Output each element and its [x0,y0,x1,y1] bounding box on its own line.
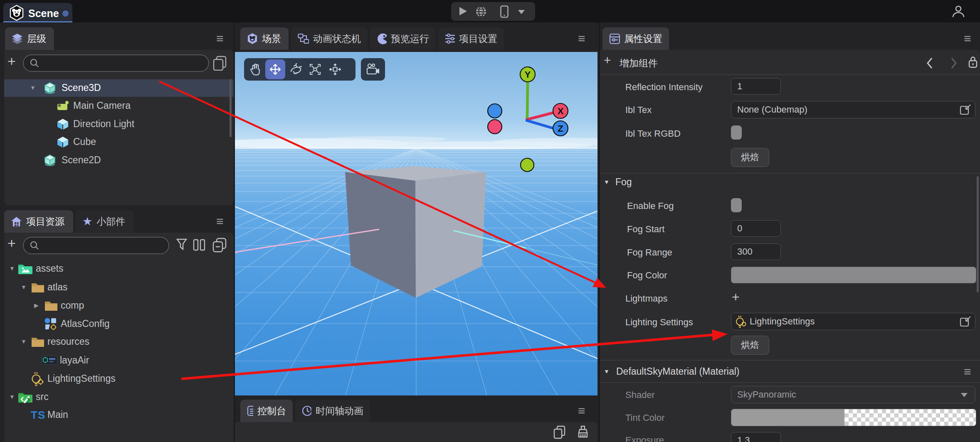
ibl-tex-field[interactable]: None (Cubemap) [731,101,975,118]
add-component-label: 增加组件 [620,57,658,70]
gizmo-neg-z-handle[interactable] [488,120,502,134]
fog-color-swatch[interactable] [731,267,976,283]
clear-console-icon[interactable] [575,425,590,440]
divider [600,382,980,383]
asset-row-src[interactable]: ▼ src [4,388,234,406]
gizmo-z-handle[interactable]: Z [553,121,568,136]
rotate-tool-button[interactable] [285,59,305,79]
asset-row-assets[interactable]: ▼ assets [4,260,234,277]
caret-down-icon[interactable]: ▼ [21,284,27,290]
tab-widgets[interactable]: ★ 小部件 [76,210,134,233]
project-menu-icon[interactable]: ≡ [216,215,224,228]
gizmo-neg-x-handle[interactable] [488,104,502,118]
sky-material-menu-icon[interactable]: ≡ [964,366,971,378]
move-tool-button[interactable] [265,59,285,79]
hierarchy-menu-icon[interactable]: ≡ [216,32,224,45]
tree-row-main-camera[interactable]: Main Camera [4,97,234,115]
globe-icon[interactable] [475,6,487,17]
asset-picker-icon[interactable] [960,104,971,115]
caret-down-icon[interactable]: ▼ [9,265,15,272]
tab-preview-run[interactable]: 预览运行 [370,27,436,50]
user-icon[interactable] [951,5,965,19]
filter-icon[interactable] [176,238,187,251]
project-search-input[interactable] [23,237,169,254]
lock-icon[interactable] [968,56,978,69]
fog-color-label: Fog Color [627,270,667,281]
tab-console[interactable]: 控制台 [240,400,293,422]
bake-lighting-button[interactable]: 烘焙 [731,336,769,355]
gizmo-x-handle[interactable]: X [553,103,568,118]
run-target-caret-icon[interactable] [518,9,525,15]
mobile-icon[interactable] [500,5,509,18]
enable-fog-checkbox[interactable] [731,198,742,212]
fog-section-caret-icon[interactable]: ▼ [604,179,610,185]
bake-button[interactable]: 烘焙 [731,148,769,167]
asset-row-main[interactable]: TS Main [4,406,234,424]
asset-row-comp[interactable]: ▶ comp [4,297,234,314]
columns-view-icon[interactable] [193,239,205,251]
hierarchy-scrollbar[interactable] [230,79,232,137]
camera-preview-button[interactable] [361,58,385,81]
caret-down-icon[interactable]: ▼ [9,393,15,400]
exposure-input[interactable]: 1.3 [731,432,781,442]
inspector-scrollbar[interactable] [977,176,979,292]
asset-row-atlasconfig[interactable]: AtlasConfig [4,315,234,333]
tree-row-scene3d[interactable]: ▼ Scene3D [4,79,234,97]
asset-row-lightingsettings[interactable]: LightingSettings [4,370,234,388]
reflection-intensity-input[interactable]: 1 [731,78,781,95]
fog-section-header[interactable]: Fog [615,177,632,188]
caret-down-icon[interactable]: ▼ [21,338,27,345]
tab-hierarchy[interactable]: 层级 [5,27,54,50]
asset-row-layaair[interactable]: layaAir [4,352,234,369]
fog-range-input[interactable]: 300 [731,243,781,260]
lighting-settings-field[interactable]: LightingSettings [731,313,975,330]
hierarchy-search-input[interactable] [23,54,209,72]
scale-tool-button[interactable] [305,59,325,79]
scene-view-menu-icon[interactable]: ≡ [578,32,585,45]
preview-run-icon [377,33,387,44]
tree-row-direction-light[interactable]: Direction Light [4,115,234,133]
asset-row-resources[interactable]: ▼ resources [4,333,234,351]
lighting-settings-value: LightingSettings [750,316,815,327]
console-menu-icon[interactable]: ≡ [578,405,585,417]
tint-color-swatch[interactable] [731,409,976,426]
fog-start-input[interactable]: 0 [731,220,781,237]
tab-project-resources[interactable]: 项目资源 [4,210,73,233]
project-add-button[interactable]: + [7,236,16,250]
copy-log-icon[interactable] [553,425,566,440]
tab-timeline-anim[interactable]: 时间轴动画 [295,400,370,422]
tab-scene-view[interactable]: 场景 [240,27,289,50]
play-icon[interactable] [459,7,468,16]
asset-row-atlas[interactable]: ▼ atlas [4,279,234,296]
scene-window-tab[interactable]: Scene [3,3,72,22]
copy-node-icon[interactable] [213,56,227,71]
tree-row-scene2d[interactable]: Scene2D [4,152,234,169]
ibl-tex-rgbd-checkbox[interactable] [731,125,742,140]
caret-right-icon[interactable]: ▶ [34,302,39,309]
orientation-gizmo[interactable]: Y X Z [479,55,583,175]
copy-asset-icon[interactable] [212,238,227,253]
inspector-menu-icon[interactable]: ≡ [964,32,971,45]
sky-material-caret-icon[interactable]: ▼ [604,368,610,375]
tree-row-cube[interactable]: Cube [4,133,234,151]
nav-back-icon[interactable] [926,56,934,70]
add-component-button[interactable]: + 增加组件 [604,53,712,71]
lightmaps-add-button[interactable]: + [732,290,740,304]
tab-anim-state-machine[interactable]: 动画状态机 [291,27,368,50]
rect-tool-button[interactable] [325,59,345,79]
gizmo-neg-y-handle[interactable] [521,158,534,172]
caret-down-icon[interactable]: ▼ [30,84,36,91]
asset-picker-icon[interactable] [960,316,971,327]
hierarchy-add-button[interactable]: + [7,54,16,68]
sky-material-header[interactable]: DefaultSkyMaterial (Material) [616,366,740,377]
tab-scene-view-label: 场景 [262,32,281,45]
gizmo-y-handle[interactable]: Y [520,67,535,82]
hand-icon [249,63,262,76]
nav-forward-icon[interactable] [950,56,958,70]
pan-tool-button[interactable] [245,59,265,79]
tab-inspector[interactable]: 属性设置 [602,27,669,50]
tab-project-settings[interactable]: 项目设置 [438,27,504,50]
tab-preview-run-label: 预览运行 [391,32,429,45]
shader-dropdown[interactable]: SkyPanoramic [731,386,975,403]
settings-sliders-icon [445,33,455,44]
